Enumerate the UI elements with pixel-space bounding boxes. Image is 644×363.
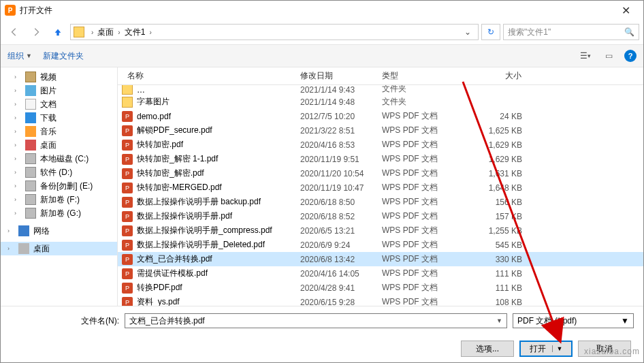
view-mode-button[interactable]: ☰▾ [578,50,593,62]
folder-brown-icon [25,72,36,82]
table-row[interactable]: P需提供证件模板.pdf2020/4/16 14:05WPS PDF 文档111… [118,266,643,281]
sidebar-item-label: 视频 [40,72,57,83]
disk-icon [25,208,36,219]
file-type: WPS PDF 文档 [376,239,460,251]
breadcrumb-folder[interactable]: 文件1 [125,27,146,38]
sidebar-item[interactable]: ›下载 [1,111,117,125]
table-row[interactable]: P资料_ys.pdf2020/6/15 9:28WPS PDF 文档108 KB [118,295,643,306]
pdf-icon: P [122,154,133,165]
chevron-icon: › [14,210,21,217]
pdf-icon: P [122,283,133,294]
col-type[interactable]: 类型 [376,70,460,82]
sidebar-item[interactable]: ›视频 [1,70,117,84]
table-row[interactable]: P解锁PDF_secure.pdf2021/3/22 8:51WPS PDF 文… [118,123,643,138]
preview-pane-button[interactable]: ▭ [601,50,616,62]
sidebar-item[interactable]: ›桌面 [1,138,117,152]
col-name[interactable]: 名称 [122,70,295,82]
forward-button[interactable] [27,22,46,42]
file-size: 156 KB [460,198,528,207]
table-row[interactable]: … 2021/1/14 9:43 文件夹 [118,85,643,95]
sidebar-group[interactable]: ›网络 [1,224,117,238]
refresh-button[interactable]: ↻ [481,24,500,40]
file-type: WPS PDF 文档 [376,225,460,236]
sidebar-item[interactable]: ›音乐 [1,125,117,138]
chevron-icon: › [14,74,21,80]
options-button[interactable]: 选项... [461,341,514,357]
file-size: 1,625 KB [460,126,528,136]
table-row[interactable]: P快转加密_解密 1-1.pdf2020/11/19 9:51WPS PDF 文… [118,152,643,166]
sidebar-item-label: 下载 [40,112,57,124]
file-size: 1,629 KB [460,140,528,150]
back-button[interactable] [5,22,24,42]
pdf-icon: P [122,111,133,122]
file-name: 快转加密.pdf [137,139,295,151]
table-row[interactable]: Pdemo.pdf2012/7/5 10:20WPS PDF 文档24 KB [118,109,643,123]
sidebar-item-label: 文档 [40,99,57,110]
sidebar-group[interactable]: ›桌面 [1,242,117,255]
table-row[interactable]: P快转加密.pdf2020/4/16 8:53WPS PDF 文档1,629 K… [118,138,643,152]
file-type: WPS PDF 文档 [376,139,460,151]
folder-icon [122,97,133,108]
cancel-button[interactable]: 取消 [578,341,631,357]
file-date: 2020/6/8 13:42 [295,255,376,264]
file-type: WPS PDF 文档 [376,110,460,122]
file-type: WPS PDF 文档 [376,182,460,193]
close-button[interactable]: ✕ [612,1,639,20]
open-button[interactable]: 打开▼ [519,341,573,357]
pdf-icon: P [122,183,133,193]
organize-button[interactable]: 组织▼ [7,50,32,62]
disk-icon [25,167,36,178]
chevron-down-icon[interactable]: ▼ [621,316,629,326]
table-row[interactable]: P数据上报操作说明手册_compress.pdf2020/6/5 13:21WP… [118,223,643,238]
doc-icon [25,99,36,110]
file-size: 330 KB [460,255,528,264]
column-headers: 名称 修改日期 类型 大小 [118,67,643,85]
table-row[interactable]: P文档_已合并转换.pdf2020/6/8 13:42WPS PDF 文档330… [118,252,643,266]
chevron-icon: › [14,142,21,148]
sidebar-item-label: 本地磁盘 (C:) [40,153,88,165]
table-row[interactable]: P快转加密_解密.pdf2020/11/20 10:54WPS PDF 文档1,… [118,166,643,180]
table-row[interactable]: P数据上报操作说明手册_Deleted.pdf2020/6/9 9:24WPS … [118,238,643,252]
col-size[interactable]: 大小 [460,70,528,82]
sidebar-item[interactable]: ›新加卷 (F:) [1,193,117,206]
file-date: 2020/6/18 8:50 [295,198,376,207]
up-button[interactable] [48,22,67,42]
table-row[interactable]: P数据上报操作说明手册 backup.pdf2020/6/18 8:50WPS … [118,195,643,209]
help-button[interactable]: ? [624,50,637,62]
chevron-down-icon[interactable]: ▼ [496,317,502,324]
breadcrumb[interactable]: › 桌面 › 文件1 › ⌄ [70,24,479,40]
table-row[interactable]: P转换PDF.pdf2020/4/28 9:41WPS PDF 文档111 KB [118,281,643,295]
file-list[interactable]: … 2021/1/14 9:43 文件夹 字幕图片2021/1/14 9:48文… [118,85,643,306]
sidebar-item[interactable]: ›备份[勿删] (E:) [1,179,117,193]
breadcrumb-root[interactable]: 桌面 [97,27,114,38]
file-date: 2020/11/19 10:47 [295,183,376,193]
col-date[interactable]: 修改日期 [295,70,376,82]
pdf-icon: P [122,197,133,208]
breadcrumb-dropdown[interactable]: ⌄ [460,27,475,37]
file-name: 快转加密_解密 1-1.pdf [137,153,295,165]
file-date: 2020/4/28 9:41 [295,283,376,293]
disk-icon [25,180,36,191]
table-row[interactable]: P快转加密-MERGED.pdf2020/11/19 10:47WPS PDF … [118,180,643,195]
chevron-icon: › [14,101,21,108]
file-type: WPS PDF 文档 [376,153,460,165]
file-type-filter[interactable]: PDF 文档 (*.pdf) ▼ [513,313,634,328]
sidebar-item[interactable]: ›文档 [1,97,117,111]
new-folder-button[interactable]: 新建文件夹 [43,50,84,62]
filename-label: 文件名(N): [10,315,119,327]
sidebar-item[interactable]: ›本地磁盘 (C:) [1,152,117,165]
open-file-dialog: P 打开文件 ✕ › 桌面 › 文件1 › ⌄ ↻ 搜索"文件1" 🔍 组织▼ … [0,0,644,363]
table-row[interactable]: 字幕图片2021/1/14 9:48文件夹 [118,95,643,109]
filename-input[interactable]: 文档_已合并转换.pdf ▼ [125,313,507,328]
sidebar-item[interactable]: ›新加卷 (G:) [1,206,117,220]
file-name: demo.pdf [137,112,295,121]
chevron-icon: › [14,183,21,189]
search-input[interactable]: 搜索"文件1" 🔍 [503,24,639,40]
bottom-panel: 文件名(N): 文档_已合并转换.pdf ▼ PDF 文档 (*.pdf) ▼ … [1,306,643,362]
sidebar-item[interactable]: ›图片 [1,84,117,97]
chevron-icon: › [14,128,21,135]
sidebar-item[interactable]: ›软件 (D:) [1,165,117,179]
file-type: WPS PDF 文档 [376,125,460,136]
sidebar: ›视频›图片›文档›下载›音乐›桌面›本地磁盘 (C:)›软件 (D:)›备份[… [1,67,118,306]
table-row[interactable]: P数据上报操作说明手册.pdf2020/6/18 8:52WPS PDF 文档1… [118,209,643,223]
